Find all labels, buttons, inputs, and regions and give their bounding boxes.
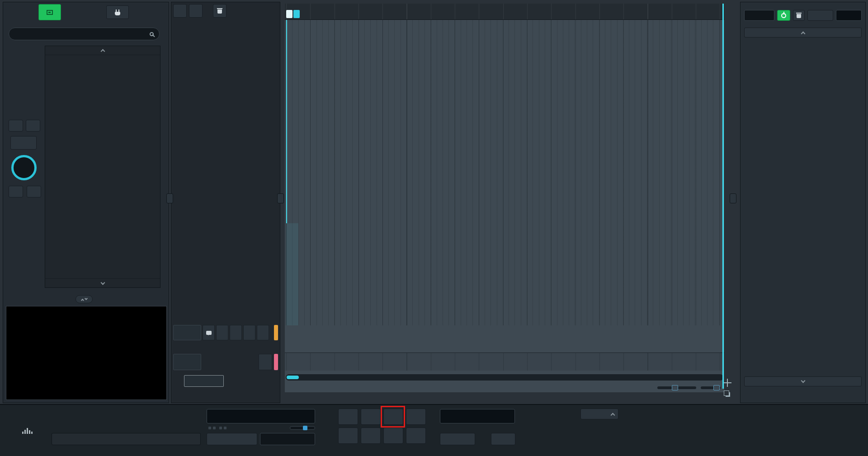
app-logo bbox=[5, 428, 50, 436]
browser-panel bbox=[3, 2, 169, 403]
zoom-in-button[interactable] bbox=[9, 186, 23, 197]
zoom-thumb[interactable] bbox=[713, 385, 720, 390]
inspector-collapse-bottom[interactable] bbox=[744, 376, 862, 386]
channel-power-button[interactable] bbox=[777, 10, 791, 21]
inspector-collapse-top[interactable] bbox=[744, 28, 862, 38]
sample-rate-bar[interactable] bbox=[52, 433, 201, 445]
splitter-handle[interactable] bbox=[277, 193, 284, 203]
master-color-stripe bbox=[274, 325, 278, 340]
tree-scroll-up[interactable] bbox=[45, 46, 160, 55]
latency-value[interactable] bbox=[836, 10, 862, 21]
punch-out-button[interactable] bbox=[338, 428, 358, 444]
metronome-button[interactable] bbox=[383, 428, 403, 444]
video-color-stripe bbox=[274, 354, 278, 370]
punch-mode-button[interactable] bbox=[361, 428, 381, 444]
search-input[interactable] bbox=[14, 31, 150, 37]
edit-tag-button[interactable] bbox=[9, 120, 23, 132]
tree-scroll-down[interactable] bbox=[45, 278, 160, 287]
count-in-selector[interactable] bbox=[440, 433, 475, 445]
add-track-button[interactable] bbox=[173, 4, 187, 18]
video-track-header[interactable] bbox=[173, 354, 278, 370]
track-list-header bbox=[173, 4, 226, 18]
arrangement-grid[interactable] bbox=[285, 20, 724, 325]
timeline-edge-line bbox=[722, 4, 724, 389]
chevron-down-icon bbox=[100, 280, 105, 285]
playhead-column-highlight bbox=[286, 223, 298, 325]
zoom-thumb[interactable] bbox=[672, 385, 678, 390]
slider-thumb[interactable] bbox=[303, 426, 307, 430]
window-layout-button[interactable] bbox=[38, 4, 61, 20]
pan-move-icon[interactable] bbox=[723, 379, 731, 387]
duplicate-view-icon[interactable] bbox=[724, 390, 729, 396]
snap-value-dropdown[interactable] bbox=[580, 409, 618, 419]
arrangement-timeline[interactable] bbox=[285, 4, 724, 392]
chevron-down-icon bbox=[84, 297, 87, 300]
search-icon bbox=[150, 32, 154, 36]
aux-display bbox=[260, 433, 315, 445]
remove-track-button[interactable] bbox=[189, 4, 203, 18]
delete-track-button[interactable] bbox=[213, 4, 226, 18]
zoom-out-button[interactable] bbox=[27, 186, 41, 197]
window-grid-icon bbox=[47, 10, 53, 15]
preview-play-button[interactable] bbox=[10, 136, 37, 150]
plug-icon bbox=[115, 9, 120, 15]
annotation-highlight-box bbox=[381, 406, 405, 428]
horizontal-scrollbar[interactable] bbox=[286, 374, 723, 381]
plugin-button[interactable] bbox=[106, 5, 129, 19]
inspector-header bbox=[744, 9, 862, 21]
comment-button[interactable] bbox=[203, 325, 215, 340]
panel-collapse-handle[interactable] bbox=[75, 295, 93, 303]
loop-end-marker[interactable] bbox=[293, 10, 300, 18]
master-track-name[interactable] bbox=[173, 325, 201, 340]
brush-button[interactable] bbox=[26, 120, 40, 132]
presets-button[interactable] bbox=[807, 10, 833, 21]
zoom-controls bbox=[657, 385, 721, 391]
tap-tempo-button[interactable] bbox=[406, 428, 426, 444]
workspace-tab-default[interactable] bbox=[184, 375, 224, 387]
toggle-column-right bbox=[580, 409, 618, 419]
chat-bubble-icon bbox=[206, 331, 212, 335]
video-track-name[interactable] bbox=[173, 354, 201, 370]
hdd-led bbox=[213, 427, 216, 429]
punch-in-button[interactable] bbox=[338, 409, 358, 425]
splitter-handle[interactable] bbox=[166, 193, 173, 203]
vertical-zoom-slider[interactable] bbox=[701, 386, 721, 389]
soundbridge-app bbox=[0, 0, 868, 456]
playhead[interactable] bbox=[286, 20, 287, 223]
chevron-up-icon bbox=[100, 49, 105, 54]
horizontal-zoom-slider[interactable] bbox=[657, 386, 696, 389]
trash-icon bbox=[797, 13, 801, 18]
midi-led bbox=[224, 427, 226, 429]
scrollbar-thumb[interactable] bbox=[287, 376, 299, 379]
browser-tools bbox=[9, 120, 40, 132]
splitter-handle[interactable] bbox=[730, 193, 736, 203]
bar-ruler[interactable] bbox=[285, 4, 724, 20]
search-box[interactable] bbox=[9, 28, 160, 40]
track-list-panel bbox=[171, 2, 280, 403]
output-volume-slider[interactable] bbox=[290, 426, 315, 430]
tempo-display[interactable] bbox=[440, 409, 515, 423]
inspector-track-name[interactable] bbox=[744, 10, 774, 21]
stop-button[interactable] bbox=[406, 409, 426, 425]
preview-volume-knob[interactable] bbox=[11, 155, 37, 180]
channel-inspector-panel bbox=[740, 2, 866, 403]
zoom-buttons bbox=[9, 186, 41, 197]
media-preview-area bbox=[6, 306, 167, 400]
master-curve-button[interactable] bbox=[257, 325, 269, 340]
time-display[interactable] bbox=[207, 409, 315, 423]
master-solo-button[interactable] bbox=[216, 325, 228, 340]
master-automation-button[interactable] bbox=[243, 325, 255, 340]
file-tree bbox=[45, 46, 160, 288]
channel-delete-button[interactable] bbox=[793, 10, 805, 21]
video-monitor-button[interactable] bbox=[259, 354, 272, 370]
chevron-down-icon bbox=[801, 379, 805, 383]
marker-lane[interactable] bbox=[285, 353, 724, 371]
chevron-up-icon bbox=[80, 298, 84, 301]
status-indicators bbox=[207, 425, 315, 431]
time-sig-selector[interactable] bbox=[491, 433, 515, 445]
record-button[interactable] bbox=[361, 409, 381, 425]
logo-icon bbox=[22, 428, 33, 434]
loop-start-marker[interactable] bbox=[286, 10, 292, 18]
master-track-header[interactable] bbox=[173, 325, 278, 340]
master-mute-button[interactable] bbox=[230, 325, 242, 340]
